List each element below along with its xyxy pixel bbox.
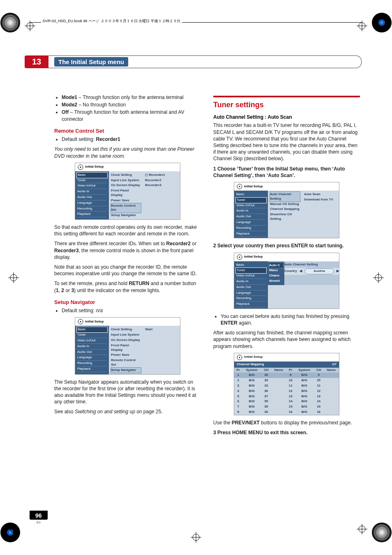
left-arrow-icon[interactable]: ◀ [300,269,302,274]
right-arrow-icon[interactable]: ▶ [337,269,339,274]
ui-setting-item[interactable]: Input Line System [111,178,141,183]
ui-setting-item[interactable]: Auto C [269,263,283,268]
ui-sidebar-item[interactable]: Language [77,355,107,361]
td: B/G [295,378,314,383]
ui-sidebar-item[interactable]: Basic [236,263,266,268]
svg-point-0 [0,13,20,32]
th: System [295,368,314,373]
ui-sidebar-item[interactable]: Audio In [77,189,107,195]
td: B/G [295,410,314,415]
ui-sidebar-item[interactable]: Tuner [77,332,107,338]
ui-sidebar: Basic Tuner Video In/Out Audio In Audio … [75,171,109,219]
ui-setting-item[interactable]: Power Save [111,198,141,203]
ui-sidebar-item[interactable]: Video In/Out [236,203,266,209]
td: B/G [242,394,261,399]
register-mark [373,272,384,283]
body-text: This recorder has a built-in TV tuner fo… [213,122,360,162]
td: 5 [234,394,242,399]
td [323,410,339,415]
country-selector[interactable]: Country ◀ Austria ▶ [284,268,339,275]
ui-sidebar-item[interactable]: Language [236,220,266,226]
ui-setting-item[interactable]: Front Panel Display [111,343,141,353]
table-row[interactable]: 8B/G2616B/G16 [234,410,339,415]
disc-icon [78,164,83,170]
ui-setting-item[interactable]: Setup Navigator [111,213,141,218]
ui-sidebar-item[interactable]: Playback [77,212,107,217]
ui-title: Initial Setup [85,165,104,169]
heading-remote-control-set: Remote Control Set [54,127,201,135]
ui-setting-item[interactable]: Chann [269,273,283,279]
ui-sidebar-item[interactable]: Playback [236,231,266,237]
ui-sidebar-item[interactable]: Audio Out [236,214,266,220]
ui-options-col: Start [143,326,180,374]
ui-sidebar-item[interactable]: Video In/Out [77,183,107,189]
ui-setting-item[interactable]: ShowView CH Setting [270,212,300,222]
ui-sidebar-item[interactable]: Audio In [236,279,266,285]
ui-sidebar-item[interactable]: Basic [76,172,108,178]
td: B/G [295,373,314,378]
td: 39 [261,404,271,410]
ui-sidebar-item[interactable]: Basic [236,192,266,198]
table-row[interactable]: 5B/G3713B/G13 [234,394,339,399]
ui-setting-item[interactable]: Clock Setting [111,173,141,178]
ui-sidebar-item[interactable]: Tuner [77,178,107,184]
table-row[interactable]: 3B/G2311B/G11 [234,383,339,389]
ui-sidebar-item[interactable]: Audio In [77,344,107,350]
ui-sidebar-item[interactable]: Playback [236,302,266,307]
table-row[interactable]: 6B/G3514B/G14 [234,399,339,404]
svg-point-10 [372,523,392,542]
right-column: Tuner settings Auto Channel Setting : Au… [213,92,360,439]
ui-sidebar-item[interactable]: Tuner [235,267,267,274]
ui-sidebar-item[interactable]: Video In/Out [236,273,266,279]
td: 1 [234,373,242,378]
ui-sidebar-item[interactable]: Audio Out [77,195,107,200]
table-row[interactable]: 1B/G269B/G9 [234,373,339,378]
ui-sidebar-item[interactable]: Language [236,290,266,296]
table-row[interactable]: 4B/G3012B/G12 [234,389,339,394]
ui-option[interactable]: Recorder1 [145,173,178,178]
ui-settings-col: Auto Channel Setting Manual CH Setting C… [268,191,302,238]
ui-sidebar-item[interactable]: Language [77,200,107,206]
td: B/G [242,404,261,410]
ui-sidebar-item[interactable]: Recording [77,361,107,366]
ui-option[interactable]: Recorder3 [145,183,178,188]
ui-sidebar-item[interactable]: Audio Out [236,285,266,290]
ui-option[interactable]: Download from TV [304,197,337,203]
ui-sidebar-item[interactable]: Recording [236,226,266,231]
ui-sidebar-item[interactable]: Audio Out [77,350,107,355]
ui-body: Basic Tuner Video In/Out Audio In Audio … [234,191,339,238]
ui-option[interactable]: Auto Scan [304,192,337,197]
ui-sidebar-item[interactable]: Basic [76,327,108,333]
ui-setting-item[interactable]: Input Line System [111,332,141,338]
ui-setting-item[interactable]: Remote Control Set [111,358,141,368]
ui-setting-item[interactable]: Auto Channel Setting [270,192,300,202]
ui-setting-item[interactable]: Channel Swapping [270,207,300,212]
ui-sidebar-item[interactable]: Recording [236,296,266,302]
td: 7 [234,404,242,410]
note-list: You can cancel before auto tuning has fi… [213,313,360,326]
ui-setting-item[interactable]: Remote Control Set [111,203,141,213]
ui-setting-item[interactable]: Manu [269,268,283,273]
ui-setting-item[interactable]: Clock Setting [111,327,141,332]
table-row[interactable]: 7B/G3915B/G15 [234,404,339,410]
td: B/G [295,399,314,404]
ui-setting-item[interactable]: On Screen Display [111,183,141,188]
ui-sidebar-item[interactable]: Video In/Out [77,338,107,344]
ui-option[interactable]: Start [145,327,178,332]
ui-sidebar-item[interactable]: Recording [77,206,107,212]
ui-setting-item[interactable]: Manual CH Setting [270,202,300,207]
table-row[interactable]: 2B/G3310B/G25 [234,378,339,383]
ui-setting-item[interactable]: ShowV [269,279,283,284]
ui-setting-item[interactable]: On Screen Display [111,338,141,343]
ornament-bottom-right [371,522,392,543]
register-mark [8,524,19,534]
ui-setting-item[interactable]: Power Save [111,352,141,358]
page: DVR-03_HDD_EU.book 96 ページ ２００３年９月１６日 火曜日… [0,0,392,555]
ui-sidebar-item[interactable]: Playback [77,366,107,372]
ui-sidebar-item[interactable]: Tuner [235,197,267,203]
ui-sidebar-item[interactable]: Audio In [236,208,266,214]
ui-option[interactable]: Recorder2 [145,178,178,183]
td: 23 [261,383,271,389]
ui-setting-item[interactable]: Front Panel Display [111,188,141,198]
ui-setting-item[interactable]: Setup Navigator [111,368,141,373]
